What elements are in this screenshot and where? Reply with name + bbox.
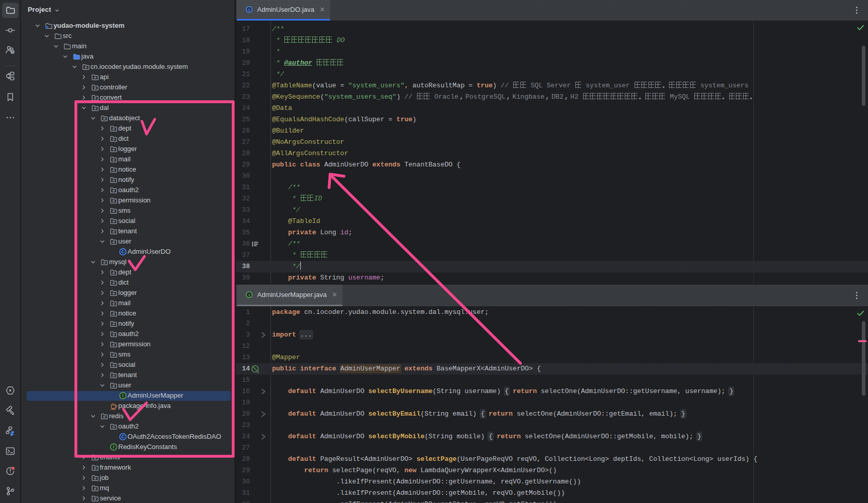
svg-text:I: I [122, 393, 123, 398]
svg-text:?: ? [11, 50, 13, 53]
svg-text:I: I [113, 444, 114, 450]
svg-text:C: C [121, 249, 124, 254]
svg-text:C: C [248, 8, 251, 12]
svg-text:C: C [121, 434, 124, 439]
svg-text:I: I [248, 293, 249, 297]
